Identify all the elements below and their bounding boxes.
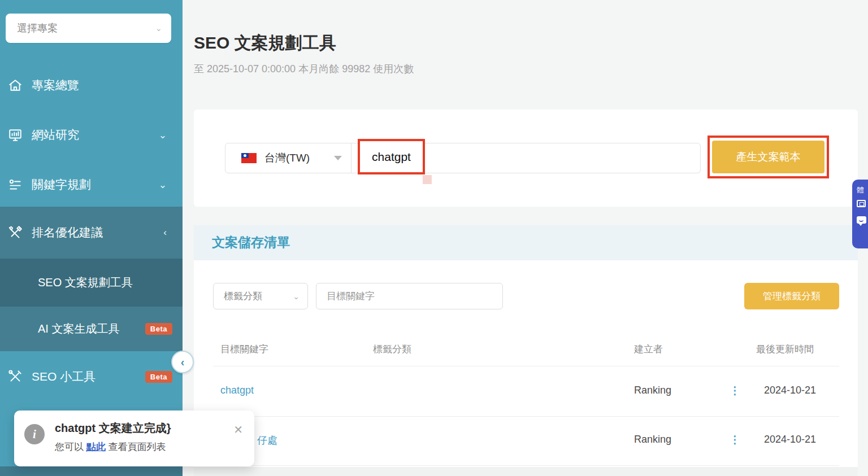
country-select[interactable]: 台灣(TW): [225, 143, 351, 173]
sidebar-collapse-button[interactable]: ‹: [171, 351, 194, 373]
toast-title: chatgpt 文案建立完成}: [55, 421, 171, 436]
keyword-list-icon: [7, 176, 24, 193]
chevron-down-icon: ⌄: [159, 129, 167, 141]
sidebar-item-label: 專案總覽: [32, 77, 79, 93]
chevron-left-icon: ‹: [163, 227, 167, 238]
sidebar-item-ai-copy-tool[interactable]: AI 文案生成工具 Beta: [0, 307, 183, 351]
manage-tags-button[interactable]: 管理標籤分類: [744, 283, 839, 309]
page-title: SEO 文案規劃工具: [194, 32, 336, 55]
col-header-creator: 建立者: [634, 343, 663, 356]
window-icon[interactable]: [857, 200, 866, 207]
generate-copy-button[interactable]: 產生文案範本: [712, 141, 824, 173]
toast-body: 您可以 點此 查看頁面列表: [55, 440, 166, 453]
beta-badge: Beta: [145, 323, 172, 335]
project-select-label: 選擇專案: [17, 21, 58, 35]
sidebar-item-label: SEO 小工具: [32, 369, 96, 385]
keyword-value: chatgpt: [372, 150, 411, 164]
row-kebab-menu-icon[interactable]: ⋮: [730, 434, 740, 445]
annotation-marker: [423, 175, 432, 184]
divider: [213, 465, 839, 466]
row-updated: 2024-10-21: [764, 434, 816, 446]
monitor-chart-icon: [7, 126, 24, 143]
tag-filter-label: 標籤分類: [224, 290, 262, 303]
chat-support-icon[interactable]: [857, 216, 866, 224]
wrench-screwdriver-icon: [7, 368, 24, 385]
generate-annotation-box: 產生文案範本: [708, 136, 829, 178]
tag-filter-select[interactable]: 標籤分類 ⌄: [213, 283, 308, 309]
col-header-updated: 最後更新時間: [756, 343, 814, 356]
language-toggle-glyph[interactable]: 體: [857, 185, 864, 195]
taiwan-flag-icon: [241, 153, 257, 163]
sidebar-item-label: 關鍵字規劃: [32, 177, 91, 193]
close-icon[interactable]: ✕: [233, 423, 243, 436]
toast-body-prefix: 您可以: [55, 442, 86, 452]
sidebar-item-project-overview[interactable]: 專案總覽: [0, 70, 183, 101]
info-icon: i: [24, 424, 45, 444]
sidebar-item-seo-tools[interactable]: SEO 小工具 Beta: [0, 351, 183, 402]
row-keyword-link[interactable]: chatgpt: [220, 385, 254, 396]
toast-body-suffix: 查看頁面列表: [106, 442, 166, 452]
beta-badge: Beta: [145, 371, 172, 383]
divider: [213, 366, 839, 366]
bottom-strip: [194, 467, 858, 476]
sidebar-bottom-item[interactable]: [0, 466, 183, 476]
sidebar-item-label: SEO 文案規劃工具: [7, 275, 133, 290]
sidebar-item-label: 排名優化建議: [32, 225, 103, 241]
list-section-band: [194, 225, 858, 260]
row-keyword-link[interactable]: 仔處: [257, 434, 277, 447]
divider: [213, 416, 839, 417]
toast-link[interactable]: 點此: [86, 442, 106, 452]
sidebar-item-seo-copy-tool[interactable]: SEO 文案規劃工具: [0, 259, 183, 307]
chevron-down-icon: ⌄: [155, 23, 162, 33]
row-updated: 2024-10-21: [764, 385, 816, 396]
toast-notification: i chatgpt 文案建立完成} 您可以 點此 查看頁面列表 ✕: [14, 411, 254, 466]
sidebar-item-label: 網站研究: [32, 127, 79, 143]
sidebar: 選擇專案 ⌄ 專案總覽 網站研究 ⌄ 關鍵字規劃 ⌄ 排名優化建議 ‹ SEO …: [0, 0, 183, 476]
sidebar-item-site-research[interactable]: 網站研究 ⌄: [0, 120, 183, 150]
country-select-value: 台灣(TW): [264, 151, 310, 165]
pencil-ruler-icon: [7, 224, 24, 241]
chevron-down-icon: ⌄: [293, 292, 300, 301]
col-header-tag: 標籤分類: [373, 343, 411, 356]
chevron-down-icon: ⌄: [159, 179, 167, 191]
col-header-keyword: 目標關鍵字: [220, 343, 268, 356]
sidebar-item-ranking-advice[interactable]: 排名優化建議 ‹: [0, 207, 183, 259]
row-creator: Ranking: [634, 385, 671, 396]
row-kebab-menu-icon[interactable]: ⋮: [730, 385, 740, 396]
project-select[interactable]: 選擇專案 ⌄: [6, 14, 171, 43]
sidebar-item-keyword-planning[interactable]: 關鍵字規劃 ⌄: [0, 169, 183, 200]
sidebar-item-label: AI 文案生成工具: [7, 321, 119, 337]
keyword-filter-input[interactable]: [316, 283, 503, 309]
usage-quota-text: 至 2025-10-07 0:00:00 本月尚餘 99982 使用次數: [194, 62, 414, 76]
home-icon: [7, 77, 24, 94]
dropdown-triangle-icon: [334, 156, 342, 160]
row-creator: Ranking: [634, 434, 671, 446]
list-section-title: 文案儲存清單: [212, 234, 290, 251]
floating-widget[interactable]: 體: [852, 180, 868, 248]
keyword-annotation-box: chatgpt: [358, 139, 425, 174]
